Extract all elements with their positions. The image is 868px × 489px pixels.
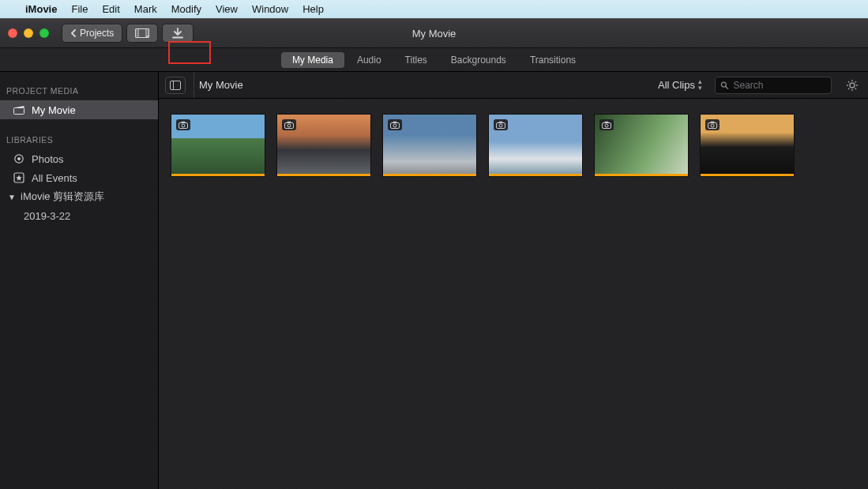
clips-filter-label: All Clips xyxy=(658,79,695,91)
sidebar-item-event[interactable]: 2019-3-22 xyxy=(0,206,158,225)
media-browser: My Movie All Clips ▴▾ xyxy=(159,72,868,489)
sidebar-item-label: All Events xyxy=(32,172,77,184)
svg-line-23 xyxy=(848,81,849,82)
media-clip[interactable] xyxy=(277,115,370,176)
media-clip[interactable] xyxy=(701,115,794,176)
star-icon xyxy=(13,172,25,183)
menubar-app-name[interactable]: iMovie xyxy=(25,3,57,15)
svg-line-25 xyxy=(855,81,856,82)
svg-point-7 xyxy=(148,32,148,33)
camera-icon xyxy=(284,121,294,129)
minimize-window-button[interactable] xyxy=(24,28,33,38)
tab-transitions[interactable]: Transitions xyxy=(519,52,587,68)
svg-point-40 xyxy=(605,124,608,127)
filmstrip-icon xyxy=(135,28,149,38)
browser-options-button[interactable] xyxy=(843,79,862,92)
media-clip[interactable] xyxy=(171,115,265,176)
chevron-left-icon xyxy=(70,29,77,37)
svg-point-28 xyxy=(182,124,185,127)
svg-point-4 xyxy=(137,32,137,33)
svg-point-6 xyxy=(148,30,148,31)
svg-rect-10 xyxy=(14,108,24,115)
browser-title: My Movie xyxy=(194,72,650,98)
sidebar-item-all-events[interactable]: All Events xyxy=(0,168,158,187)
svg-point-37 xyxy=(499,124,502,127)
menu-mark[interactable]: Mark xyxy=(134,3,157,15)
camera-icon xyxy=(178,121,188,129)
sidebar-item-label: iMovie 剪辑资源库 xyxy=(21,190,104,204)
menu-window[interactable]: Window xyxy=(252,3,288,15)
sidebar-item-project-my-movie[interactable]: My Movie xyxy=(0,100,158,119)
photo-badge xyxy=(176,119,190,130)
svg-rect-44 xyxy=(711,122,715,123)
photo-badge xyxy=(705,119,720,130)
svg-line-17 xyxy=(726,86,728,88)
macos-menubar: iMovie File Edit Mark Modify View Window… xyxy=(0,0,868,18)
tab-audio[interactable]: Audio xyxy=(346,52,393,68)
svg-point-43 xyxy=(711,124,714,127)
svg-point-16 xyxy=(721,82,726,87)
sidebar-toggle-icon xyxy=(170,81,181,90)
search-input[interactable] xyxy=(734,80,826,91)
disclosure-triangle-icon[interactable]: ▼ xyxy=(8,193,16,201)
clapperboard-icon xyxy=(13,105,25,115)
library-category-tabs: My Media Audio Titles Backgrounds Transi… xyxy=(0,48,868,72)
menu-help[interactable]: Help xyxy=(302,3,324,15)
sidebar-section-libraries: LIBRARIES xyxy=(0,130,158,149)
svg-rect-32 xyxy=(287,122,291,123)
photo-badge xyxy=(494,119,508,130)
projects-label: Projects xyxy=(80,28,114,39)
search-field-wrap[interactable] xyxy=(715,77,832,94)
media-library-button[interactable] xyxy=(126,24,158,43)
svg-line-24 xyxy=(855,88,856,88)
svg-rect-29 xyxy=(182,122,186,123)
svg-point-5 xyxy=(137,35,137,36)
sidebar-item-label: 2019-3-22 xyxy=(24,210,70,222)
svg-point-31 xyxy=(287,124,291,127)
app-toolbar: Projects My Movie xyxy=(0,18,868,48)
clips-filter-dropdown[interactable]: All Clips ▴▾ xyxy=(658,79,702,91)
sidebar-item-label: My Movie xyxy=(32,104,76,116)
window-traffic-lights xyxy=(8,28,49,38)
photos-icon xyxy=(13,153,25,164)
camera-icon xyxy=(390,121,400,129)
camera-icon xyxy=(708,121,717,129)
sidebar-item-label: Photos xyxy=(32,153,63,165)
updown-chevron-icon: ▴▾ xyxy=(698,79,702,90)
media-clip[interactable] xyxy=(595,115,688,176)
camera-icon xyxy=(496,121,505,129)
search-icon xyxy=(720,81,729,90)
media-clip[interactable] xyxy=(489,115,582,176)
svg-rect-38 xyxy=(499,122,503,123)
svg-rect-14 xyxy=(171,81,181,89)
svg-rect-35 xyxy=(393,122,397,123)
tab-my-media[interactable]: My Media xyxy=(281,52,344,68)
svg-point-12 xyxy=(17,157,21,160)
svg-point-34 xyxy=(393,124,396,127)
toggle-sidebar-button[interactable] xyxy=(165,77,186,94)
browser-header: My Movie All Clips ▴▾ xyxy=(159,72,868,99)
menu-view[interactable]: View xyxy=(216,3,238,15)
clip-grid xyxy=(159,99,868,489)
svg-point-3 xyxy=(137,30,137,31)
svg-rect-0 xyxy=(136,29,149,38)
media-clip[interactable] xyxy=(383,115,476,176)
close-window-button[interactable] xyxy=(8,28,17,38)
svg-rect-41 xyxy=(605,122,609,123)
back-to-projects-button[interactable]: Projects xyxy=(62,24,122,43)
import-arrow-down-icon xyxy=(171,28,184,39)
photo-badge xyxy=(388,119,402,130)
menu-file[interactable]: File xyxy=(71,3,88,15)
tab-backgrounds[interactable]: Backgrounds xyxy=(440,52,517,68)
menu-modify[interactable]: Modify xyxy=(171,3,201,15)
import-media-button[interactable] xyxy=(162,24,194,43)
menu-edit[interactable]: Edit xyxy=(102,3,119,15)
zoom-window-button[interactable] xyxy=(39,28,49,38)
sidebar-item-library[interactable]: ▼ iMovie 剪辑资源库 xyxy=(0,187,158,206)
sidebar-item-photos[interactable]: Photos xyxy=(0,149,158,168)
sidebar: PROJECT MEDIA My Movie LIBRARIES Photos … xyxy=(0,72,159,489)
tab-titles[interactable]: Titles xyxy=(394,52,438,68)
main-area: PROJECT MEDIA My Movie LIBRARIES Photos … xyxy=(0,72,868,489)
photo-badge xyxy=(599,119,614,130)
svg-point-18 xyxy=(850,83,855,88)
